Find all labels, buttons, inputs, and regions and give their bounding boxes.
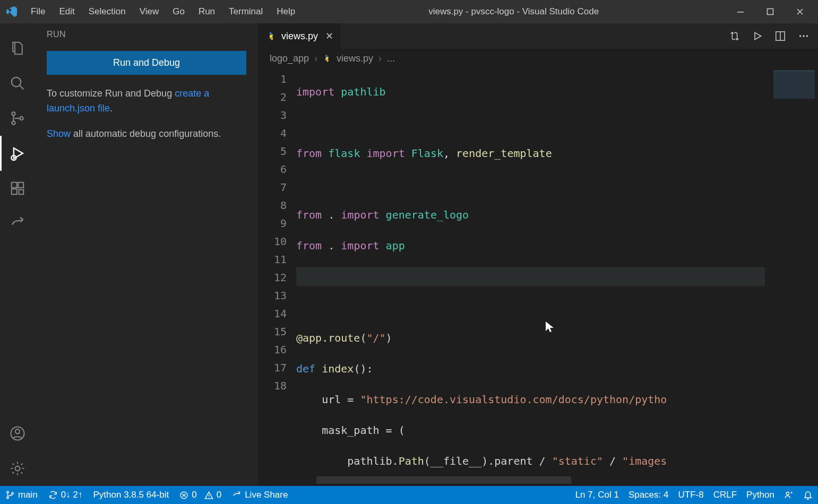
- run-sidebar: RUN Run and Debug To customize Run and D…: [35, 23, 258, 486]
- language-mode-status[interactable]: Python: [746, 490, 774, 500]
- compare-changes-icon[interactable]: [729, 30, 740, 42]
- explorer-icon[interactable]: [0, 31, 35, 66]
- accounts-icon[interactable]: [0, 416, 35, 451]
- run-file-icon[interactable]: [752, 31, 763, 41]
- svg-point-18: [7, 491, 8, 493]
- python-file-icon: [266, 31, 276, 41]
- window-title: views.py - pvscc-logo - Visual Studio Co…: [302, 6, 726, 17]
- editor-body[interactable]: 123456789101112131415161718 import pathl…: [258, 68, 818, 486]
- tab-bar: views.py ✕: [258, 23, 818, 49]
- svg-point-2: [12, 77, 21, 87]
- git-branch-icon: [5, 490, 15, 500]
- more-actions-icon[interactable]: [798, 30, 810, 42]
- encoding-status[interactable]: UTF-8: [678, 490, 703, 500]
- live-share-status[interactable]: Live Share: [232, 490, 288, 500]
- chevron-right-icon: ›: [314, 53, 317, 64]
- warning-icon: [204, 491, 213, 500]
- horizontal-scrollbar[interactable]: [316, 476, 571, 484]
- svg-point-15: [799, 35, 801, 37]
- activity-bar: [0, 23, 35, 486]
- python-interpreter-status[interactable]: Python 3.8.5 64-bit: [93, 490, 169, 500]
- svg-point-12: [15, 429, 20, 433]
- menu-go[interactable]: Go: [166, 3, 191, 20]
- svg-point-16: [803, 35, 804, 37]
- vscode-icon: [3, 3, 20, 20]
- python-file-icon: [323, 54, 331, 63]
- menu-terminal[interactable]: Terminal: [222, 3, 269, 20]
- sidebar-show-desc: Show all automatic debug configurations.: [47, 127, 246, 142]
- titlebar: File Edit Selection View Go Run Terminal…: [0, 0, 818, 23]
- feedback-icon[interactable]: [784, 490, 794, 500]
- close-icon[interactable]: [785, 0, 815, 23]
- problems-status[interactable]: 0 0: [179, 490, 221, 500]
- show-configs-link[interactable]: Show: [47, 128, 71, 139]
- svg-rect-9: [12, 189, 17, 194]
- svg-point-22: [786, 492, 789, 494]
- cursor-position-status[interactable]: Ln 7, Col 1: [575, 490, 619, 500]
- code-content[interactable]: import pathlib from flask import Flask, …: [296, 68, 818, 486]
- menu-help[interactable]: Help: [270, 3, 302, 20]
- minimize-icon[interactable]: [726, 0, 755, 23]
- line-gutter: 123456789101112131415161718: [258, 68, 296, 486]
- svg-rect-0: [737, 12, 744, 13]
- close-tab-icon[interactable]: ✕: [325, 30, 333, 42]
- breadcrumb-file[interactable]: views.py: [337, 53, 373, 64]
- menu-file[interactable]: File: [24, 3, 51, 20]
- svg-point-13: [15, 466, 20, 471]
- sidebar-title: RUN: [47, 30, 246, 39]
- svg-rect-7: [12, 183, 17, 188]
- sync-status[interactable]: 0↓ 2↑: [48, 490, 83, 500]
- svg-point-17: [806, 35, 808, 37]
- svg-point-4: [12, 121, 15, 125]
- tab-views-py[interactable]: views.py ✕: [258, 23, 341, 49]
- menu-run[interactable]: Run: [192, 3, 221, 20]
- git-branch-status[interactable]: main: [5, 490, 38, 500]
- breadcrumb-more[interactable]: ...: [387, 53, 395, 64]
- svg-point-19: [7, 497, 8, 499]
- sync-icon: [48, 490, 58, 500]
- menu-bar: File Edit Selection View Go Run Terminal…: [24, 3, 302, 20]
- chevron-right-icon: ›: [378, 53, 382, 64]
- svg-point-20: [12, 492, 13, 494]
- source-control-icon[interactable]: [0, 101, 35, 136]
- maximize-icon[interactable]: [755, 0, 785, 23]
- run-debug-icon[interactable]: [0, 136, 35, 171]
- live-share-icon: [232, 490, 242, 500]
- tab-label: views.py: [281, 31, 318, 42]
- search-icon[interactable]: [0, 66, 35, 101]
- settings-gear-icon[interactable]: [0, 451, 35, 486]
- indentation-status[interactable]: Spaces: 4: [628, 490, 669, 500]
- extensions-icon[interactable]: [0, 171, 35, 206]
- svg-rect-1: [768, 9, 773, 15]
- status-bar: main 0↓ 2↑ Python 3.8.5 64-bit 0 0 Live …: [0, 486, 818, 504]
- eol-status[interactable]: CRLF: [713, 490, 737, 500]
- menu-edit[interactable]: Edit: [53, 3, 81, 20]
- share-icon[interactable]: [0, 206, 35, 241]
- breadcrumb[interactable]: logo_app › views.py › ...: [258, 49, 818, 68]
- menu-selection[interactable]: Selection: [82, 3, 132, 20]
- mouse-cursor-icon: [545, 320, 555, 334]
- error-icon: [179, 491, 188, 500]
- svg-point-3: [12, 112, 15, 115]
- minimap[interactable]: [765, 68, 818, 486]
- menu-view[interactable]: View: [133, 3, 166, 20]
- breadcrumb-folder[interactable]: logo_app: [270, 53, 309, 64]
- svg-point-5: [20, 117, 23, 120]
- sidebar-desc: To customize Run and Debug create a laun…: [47, 86, 246, 116]
- svg-rect-10: [19, 190, 24, 195]
- editor-area: views.py ✕ logo_app › views.py › ... 123…: [258, 23, 818, 486]
- split-editor-icon[interactable]: [774, 30, 786, 42]
- notifications-icon[interactable]: [803, 490, 813, 500]
- svg-rect-8: [18, 183, 23, 188]
- run-and-debug-button[interactable]: Run and Debug: [47, 51, 246, 75]
